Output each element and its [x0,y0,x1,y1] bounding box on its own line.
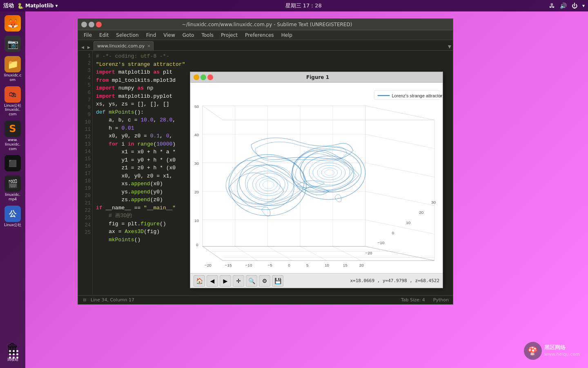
matplotlib-btn[interactable]: 🐍 Matplotlib ▾ [17,3,58,9]
svg-text:20: 20 [419,210,424,215]
linux-icon: 公 [4,206,21,222]
network-icon[interactable]: 🖧 [549,2,555,9]
dock-item-files[interactable]: 📁 linuxidc.com [3,55,22,83]
matplotlib-icon: 🐍 [17,3,24,9]
dock-item-linux[interactable]: 公 Linux公社 [3,204,22,229]
figure-plot-area: Lorenz's strange attractor Lorenz's stra… [190,83,443,273]
svg-text:5: 5 [306,263,309,267]
firefox-icon: 🦊 [4,15,21,31]
heiqu-logo: 🍄 [524,342,542,360]
status-syntax[interactable]: Python [433,297,449,303]
media-icon: 🎬 [4,175,21,192]
svg-text:−20: −20 [205,263,212,267]
folder-icon: 📁 [4,56,21,72]
figure-minimize-button[interactable] [194,74,199,80]
store-icon: 🛍 [4,86,21,103]
topbar: 活动 🐍 Matplotlib ▾ 星期三 17：28 🖧 🔊 ⏻ ▾ [0,0,588,11]
editor-titlebar: ~/linuxidc.com/www.linuxidc.com.py - Sub… [78,19,453,30]
svg-text:50: 50 [194,104,199,109]
matplotlib-label[interactable]: Matplotlib ▾ [25,3,58,9]
svg-text:0: 0 [288,263,290,267]
tab-dropdown-button[interactable]: ▾ [448,43,451,50]
figure-adjust-button[interactable]: ⚙ [259,275,270,287]
figure-home-button[interactable]: 🏠 [194,275,205,287]
volume-icon[interactable]: 🔊 [560,2,567,9]
minimize-button[interactable] [81,22,87,27]
figure-maximize-button[interactable] [200,74,206,80]
dock: 🦊 📷 📁 linuxidc.com 🛍 Linux公社linuxidc.com… [0,11,25,368]
figure-back-button[interactable]: ◀ [207,275,218,287]
menu-project[interactable]: Project [218,31,241,39]
svg-text:0: 0 [196,242,198,247]
apps-grid-button[interactable] [7,348,20,361]
dock-item-firefox[interactable]: 🦊 [3,14,22,33]
menu-view[interactable]: View [160,31,178,39]
dropdown-icon[interactable]: ▾ [582,3,585,9]
code-line-2: "Lorenz's strange attractor" [96,61,450,69]
menu-goto[interactable]: Goto [179,31,198,39]
dock-item-store[interactable]: 🛍 Linux公社linuxidc.com [3,85,22,118]
dock-item-terminal[interactable]: ⬛ [3,154,22,173]
menu-file[interactable]: File [80,31,95,39]
heiqu-url: www.heiqu.com [544,351,580,357]
editor-menubar: File Edit Selection Find View Goto Tools… [78,30,453,40]
svg-text:20: 20 [359,263,364,267]
topbar-right: 🖧 🔊 ⏻ ▾ [549,2,585,9]
svg-text:0: 0 [392,231,394,235]
figure-save-button[interactable]: 💾 [272,275,283,287]
menu-help[interactable]: Help [278,31,296,39]
dock-item-media[interactable]: 🎬 linuxidc.mp4 [3,174,22,203]
status-monitor-icon: 🖥 [82,297,87,303]
menu-selection[interactable]: Selection [113,31,142,39]
svg-text:30: 30 [194,161,199,166]
maximize-button[interactable] [89,22,94,27]
svg-text:−10: −10 [378,240,385,245]
heiqu-brand: 🍄 黑区网络 www.heiqu.com [524,342,580,360]
editor-title-text: ~/linuxidc.com/www.linuxidc.com.py - Sub… [102,22,432,27]
status-right: Tab Size: 4 Python [401,297,449,303]
power-icon[interactable]: ⏻ [572,2,577,9]
svg-text:Lorenz's strange attractor: Lorenz's strange attractor [392,93,442,98]
tab-filename: www.linuxidc.com.py [97,43,145,49]
editor-tabs: ◂ ▸ www.linuxidc.com.py ✕ ▾ [78,40,453,51]
dock-item-camera[interactable]: 📷 [3,34,22,53]
lorenz-plot-svg: Lorenz's strange attractor Lorenz's stra… [190,83,443,273]
figure-window: Figure 1 Lorenz's strange attractor Lore… [190,72,443,288]
svg-text:20: 20 [194,190,199,194]
terminal-icon: ⬛ [4,155,21,171]
dock-label-linux: Linux公社 [4,223,21,227]
menu-find[interactable]: Find [143,31,160,39]
svg-text:10: 10 [406,220,411,225]
svg-text:−5: −5 [267,263,272,267]
dock-label-sublime: www.linuxidc.com [5,138,20,151]
svg-text:−20: −20 [365,251,372,255]
figure-zoom-button[interactable]: 🔍 [246,275,257,287]
dock-label-files: linuxidc.com [4,73,22,82]
svg-text:10: 10 [194,218,199,223]
svg-rect-0 [190,83,443,273]
grid-dots-icon [9,350,19,359]
figure-pan-button[interactable]: ✛ [233,275,244,287]
tab-nav-forward[interactable]: ▸ [87,44,90,50]
menu-preferences[interactable]: Preferences [242,31,277,39]
dock-item-sublime[interactable]: S www.linuxidc.com [3,119,22,152]
figure-close-button[interactable] [207,74,213,80]
dock-label-store: Linux公社linuxidc.com [4,103,21,117]
figure-titlebar: Figure 1 [190,72,443,83]
menu-edit[interactable]: Edit [96,31,112,39]
figure-forward-button[interactable]: ▶ [220,275,231,287]
code-line-1: # -*- coding: utf-8 -*- [96,52,450,61]
menu-tools[interactable]: Tools [198,31,217,39]
line-numbers: 1 2 3 4 5 6 7 8 910 1112131415 161718192… [78,51,93,295]
topbar-left: 活动 🐍 Matplotlib ▾ [3,2,58,9]
svg-text:−15: −15 [225,263,232,267]
figure-coordinates: x=18.0669 , y=47.9798 , z=68.4522 [350,278,439,283]
dock-label-media: linuxidc.mp4 [5,193,20,202]
active-tab[interactable]: www.linuxidc.com.py ✕ [94,41,154,50]
status-tabsize[interactable]: Tab Size: 4 [401,297,425,303]
window-controls [81,22,102,27]
close-button[interactable] [96,22,102,27]
activities-label[interactable]: 活动 [3,2,14,9]
tab-close-button[interactable]: ✕ [146,43,151,49]
tab-nav-back[interactable]: ◂ [81,44,84,50]
